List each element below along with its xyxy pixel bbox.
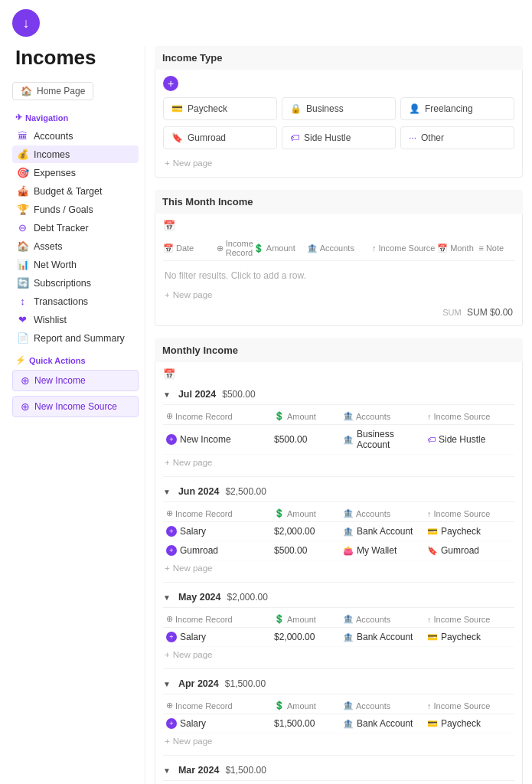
sidebar-item-report[interactable]: 📄 Report and Summary (12, 329, 139, 347)
sidebar-item-budget[interactable]: 🎪 Budget & Target (12, 182, 139, 200)
date-col-icon: 📅 (163, 243, 174, 253)
sidebar-item-assets[interactable]: 🏠 Assets (12, 237, 139, 255)
sidebar-item-networth[interactable]: 📊 Net Worth (12, 256, 139, 273)
income-type-section: Income Type + 💳 Paycheck 🔒 Business (155, 46, 523, 178)
accounts-icon-apr: 🏦 (343, 701, 354, 710)
sidebar-item-debt[interactable]: ⊖ Debt Tracker (12, 219, 139, 237)
month-header-jun2024[interactable]: ▼ Jun 2024 $2,500.00 (163, 482, 514, 502)
amount-icon-may: 💲 (274, 614, 285, 624)
paycheck-icon-jun1: 💳 (427, 527, 438, 537)
col-h-record-jul: ⊕ Income Record (166, 411, 274, 421)
accounts-icon-may: 🏦 (343, 614, 354, 624)
nav-section-label: ✈ Navigation (12, 109, 139, 127)
divider-2 (163, 582, 514, 583)
add-income-type-button[interactable]: + (163, 76, 178, 91)
sidebar-item-accounts[interactable]: 🏛 Accounts (12, 127, 139, 145)
col-h-accounts-may: 🏦 Accounts (343, 614, 427, 624)
accounts-icon-jul: 🏦 (343, 411, 354, 421)
note-col-icon: ≡ (478, 243, 483, 253)
report-icon: 📄 (17, 332, 28, 344)
amount-icon-jul: 💲 (274, 411, 285, 421)
this-month-new-page[interactable]: + New page (163, 287, 514, 302)
this-month-header: This Month Income (155, 190, 523, 214)
source-icon-jul: ↑ (427, 412, 432, 421)
col-h-source-apr: ↑ Income Source (427, 701, 511, 710)
nav-icon: ✈ (15, 113, 22, 122)
col-h-accounts-apr: 🏦 Accounts (343, 701, 427, 710)
sidebar-item-expenses[interactable]: 🎯 Expenses (12, 164, 139, 181)
income-type-paycheck[interactable]: 💳 Paycheck (163, 97, 277, 120)
gumroad-icon-jun: 🔖 (427, 546, 438, 556)
record-dot: + (166, 718, 177, 729)
accounts-icon-jun: 🏦 (343, 508, 354, 518)
networth-icon: 📊 (17, 259, 28, 270)
sidebar-item-wishlist[interactable]: ❤ Wishlist (12, 311, 139, 328)
nav-items: 🏛 Accounts 💰 Incomes 🎯 Expenses 🎪 Budget… (12, 127, 139, 347)
month-table-may2024: ⊕ Income Record 💲 Amount 🏦 Accounts (163, 611, 514, 662)
col-header-amount: 💲 Amount (253, 243, 307, 253)
table-row[interactable]: + Salary $2,000.00 🏦 Bank Account 💳 (163, 628, 514, 647)
subscriptions-icon: 🔄 (17, 277, 28, 289)
income-type-side-hustle[interactable]: 🏷 Side Hustle (282, 126, 396, 149)
bank-icon-apr: 🏦 (343, 719, 354, 729)
apr-new-page[interactable]: + New page (163, 733, 514, 749)
source-icon-may: ↑ (427, 615, 432, 624)
home-page-button[interactable]: 🏠 Home Page (12, 82, 93, 100)
amount-salary-apr: $1,500.00 (274, 718, 343, 729)
divider-4 (163, 755, 514, 756)
side-hustle-icon: 🏷 (290, 132, 299, 143)
gumroad-icon: 🔖 (171, 132, 183, 143)
month-header-mar2024[interactable]: ▼ Mar 2024 $1,500.00 (163, 760, 514, 781)
monthly-income-header: Monthly Income (155, 338, 523, 362)
sidebar-item-transactions[interactable]: ↕ Transactions (12, 292, 139, 310)
col-h-record-apr: ⊕ Income Record (166, 701, 274, 710)
month-header-may2024[interactable]: ▼ May 2024 $2,000.00 (163, 587, 514, 608)
budget-icon: 🎪 (17, 185, 28, 197)
income-type-business[interactable]: 🔒 Business (282, 97, 396, 120)
triangle-icon-jul: ▼ (163, 390, 171, 399)
bank-icon: 🏦 (343, 435, 354, 445)
sum-row: SUM SUM $0.00 (163, 302, 514, 319)
new-income-source-button[interactable]: ⊕ New Income Source (12, 396, 139, 417)
new-income-button[interactable]: ⊕ New Income (12, 370, 139, 391)
income-type-header: Income Type (155, 46, 523, 70)
monthly-calendar-icon: 📅 (163, 368, 514, 380)
col-header-accounts: 🏦 Accounts (307, 243, 372, 253)
month-group-jul2024: ▼ Jul 2024 $500.00 ⊕ Income Record (163, 384, 514, 470)
sidebar-item-incomes[interactable]: 💰 Incomes (12, 145, 139, 163)
month-header-apr2024[interactable]: ▼ Apr 2024 $1,500.00 (163, 674, 514, 694)
col-h-source-jul: ↑ Income Source (427, 412, 511, 421)
table-row[interactable]: + Salary $2,000.00 🏦 Bank Account 💳 (163, 522, 514, 541)
record-icon-apr: ⊕ (166, 701, 173, 710)
app-logo-icon: ↓ (12, 9, 40, 37)
sidebar-item-funds[interactable]: 🏆 Funds / Goals (12, 201, 139, 218)
record-dot: + (166, 545, 177, 556)
income-type-gumroad[interactable]: 🔖 Gumroad (163, 126, 277, 149)
income-type-other[interactable]: ··· Other (400, 126, 514, 149)
sidebar-item-subscriptions[interactable]: 🔄 Subscriptions (12, 274, 139, 292)
quick-actions-icon: ⚡ (15, 355, 26, 365)
table-row[interactable]: + New Income $500.00 🏦 Business Account … (163, 425, 514, 455)
table-row[interactable]: + Gumroad $500.00 👛 My Wallet 🔖 (163, 541, 514, 560)
source-new-income: 🏷 Side Hustle (427, 434, 511, 445)
col-h-accounts-jul: 🏦 Accounts (343, 411, 427, 421)
jul-new-page[interactable]: + New page (163, 455, 514, 470)
income-type-freelancing[interactable]: 👤 Freelancing (400, 97, 514, 120)
month-group-mar2024: ▼ Mar 2024 $1,500.00 ⊕ Income Record (163, 760, 514, 784)
month-header-jul2024[interactable]: ▼ Jul 2024 $500.00 (163, 384, 514, 405)
month-group-may2024: ▼ May 2024 $2,000.00 ⊕ Income Record (163, 587, 514, 662)
amount-salary-may: $2,000.00 (274, 632, 343, 642)
triangle-icon-apr: ▼ (163, 680, 171, 688)
col-header-income-source: ↑ Income Source (372, 243, 437, 253)
month-group-jun2024: ▼ Jun 2024 $2,500.00 ⊕ Income Record (163, 482, 514, 576)
jun-new-page[interactable]: + New page (163, 560, 514, 576)
source-col-icon: ↑ (372, 243, 377, 253)
income-type-new-page[interactable]: + New page (163, 155, 514, 171)
accounts-icon: 🏛 (17, 130, 28, 142)
record-salary-jun: + Salary (166, 526, 274, 537)
may-new-page[interactable]: + New page (163, 647, 514, 662)
table-row[interactable]: + Salary $1,500.00 🏦 Bank Account 💳 (163, 714, 514, 733)
col-header-income-record: ⊕ Income Record (217, 239, 253, 257)
record-icon-jun: ⊕ (166, 508, 173, 518)
wishlist-icon: ❤ (17, 314, 28, 325)
